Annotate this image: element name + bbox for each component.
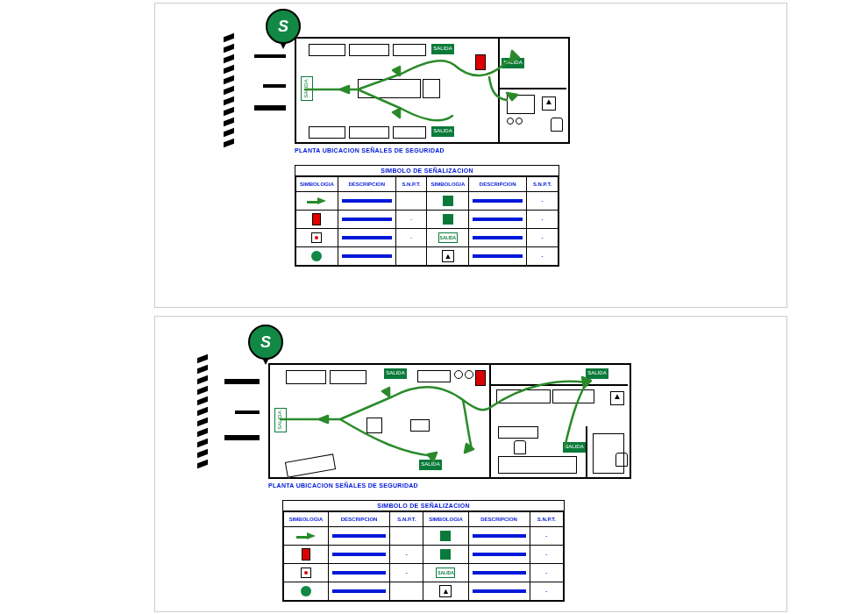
plan-caption: PLANTA UBICACION SEÑALES DE SEGURIDAD (268, 482, 418, 489)
legend-symbol-cell (296, 211, 338, 229)
legend-header: S.N.P.T. (530, 512, 563, 527)
legend-symbol-cell (284, 582, 329, 601)
legend-desc-cell (338, 192, 395, 211)
svg-marker-3 (510, 51, 519, 61)
entry-bar (263, 84, 286, 88)
legend-header: DESCRIPCION (329, 512, 390, 527)
svg-marker-4 (507, 93, 517, 100)
legend-symbol-cell: ▲ (427, 247, 469, 266)
legend-snpt-cell: - (530, 527, 563, 546)
legend-header: S.N.P.T. (390, 512, 423, 527)
legend-title: SIMBOLO DE SEÑALIZACION (295, 166, 559, 176)
legend-snpt-cell (395, 247, 427, 266)
legend-symbol-cell (427, 192, 469, 211)
legend-snpt-cell: - (527, 229, 559, 247)
legend-desc-cell (329, 546, 390, 564)
legend-symbol-cell (427, 211, 469, 229)
svg-marker-2 (393, 109, 400, 118)
legend-symbol-cell (284, 527, 329, 546)
svg-marker-6 (382, 388, 389, 396)
floor-plan: SALIDA SALIDA SALIDA SALIDA SALIDA (268, 363, 631, 479)
legend-desc-cell (469, 192, 527, 211)
legend-snpt-cell: - (395, 229, 427, 247)
legend-desc-cell (338, 211, 395, 229)
svg-marker-0 (340, 86, 349, 93)
evacuation-path (270, 365, 630, 477)
entry-bar (254, 54, 286, 58)
legend-snpt-cell (390, 582, 423, 601)
north-indicator: S (266, 9, 301, 44)
floor-plan: SALIDA SALIDA SALIDA SALIDA (295, 37, 570, 144)
legend-table: SIMBOLO DE SEÑALIZACION SIMBOLOGIA DESCR… (282, 500, 565, 602)
legend-desc-cell (329, 582, 390, 601)
svg-marker-5 (319, 416, 328, 423)
legend-header: SIMBOLOGIA (284, 512, 329, 527)
legend-snpt-cell: - (530, 546, 563, 564)
legend-desc-cell (469, 211, 527, 229)
legend-desc-cell (468, 564, 530, 582)
legend-desc-cell (468, 527, 530, 546)
legend-header: SIMBOLOGIA (296, 177, 338, 192)
legend-desc-cell (329, 527, 390, 546)
legend-desc-cell (469, 229, 527, 247)
legend-desc-cell (338, 247, 395, 266)
legend-table: SIMBOLO DE SEÑALIZACION SIMBOLOGIA DESCR… (295, 165, 559, 267)
legend-symbol-cell: ▲ (423, 582, 468, 601)
legend-snpt-cell: - (395, 211, 427, 229)
entry-bar (235, 411, 260, 414)
legend-symbol-cell (296, 192, 338, 211)
legend-snpt-cell: - (530, 582, 563, 601)
legend-title: SIMBOLO DE SEÑALIZACION (283, 501, 564, 511)
legend-symbol-cell (284, 546, 329, 564)
svg-marker-1 (393, 67, 400, 75)
legend-header: DESCRIPCION (469, 177, 527, 192)
svg-marker-7 (428, 453, 437, 461)
legend-header: S.N.P.T. (395, 177, 427, 192)
hatch-strip (197, 356, 208, 470)
evacuation-path (296, 39, 568, 142)
legend-symbol-cell (296, 247, 338, 266)
north-indicator: S (248, 325, 283, 360)
hatch-strip (224, 35, 234, 149)
legend-snpt-cell (395, 192, 427, 211)
legend-desc-cell (329, 564, 390, 582)
legend-header: DESCRIPCION (338, 177, 395, 192)
legend-symbol-cell (284, 564, 329, 582)
legend-header: SIMBOLOGIA (423, 512, 468, 527)
entry-bar (224, 379, 260, 384)
legend-header: S.N.P.T. (527, 177, 559, 192)
legend-snpt-cell: - (527, 192, 559, 211)
entry-bar (224, 435, 260, 440)
legend-snpt-cell: - (390, 546, 423, 564)
legend-snpt-cell: - (527, 211, 559, 229)
svg-marker-9 (582, 377, 591, 388)
legend-desc-cell (468, 582, 530, 601)
legend-snpt-cell: - (530, 564, 563, 582)
entry-bar (254, 105, 286, 111)
legend-desc-cell (468, 546, 530, 564)
legend-symbol-cell (423, 527, 468, 546)
legend-header: SIMBOLOGIA (427, 177, 469, 192)
legend-desc-cell (469, 247, 527, 266)
legend-snpt-cell: - (390, 564, 423, 582)
legend-header: DESCRIPCION (468, 512, 530, 527)
legend-symbol-cell (423, 546, 468, 564)
svg-marker-8 (465, 444, 473, 453)
legend-symbol-cell (296, 229, 338, 247)
plan-caption: PLANTA UBICACION SEÑALES DE SEGURIDAD (295, 147, 445, 154)
legend-snpt-cell: - (527, 247, 559, 266)
legend-symbol-cell: SALIDA (427, 229, 469, 247)
legend-desc-cell (338, 229, 395, 247)
legend-snpt-cell (390, 527, 423, 546)
legend-symbol-cell: SALIDA (423, 564, 468, 582)
